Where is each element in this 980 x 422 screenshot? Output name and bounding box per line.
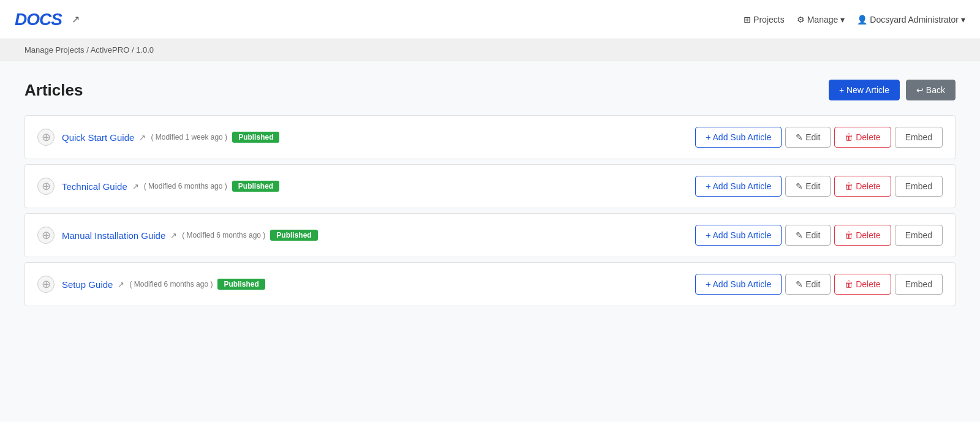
delete-button-3[interactable]: 🗑 Delete — [834, 274, 891, 295]
delete-button-2[interactable]: 🗑 Delete — [834, 225, 891, 246]
manage-label: Manage — [807, 15, 839, 24]
add-sub-article-button-0[interactable]: + Add Sub Article — [695, 127, 782, 148]
article-actions-3: + Add Sub Article ✎ Edit 🗑 Delete Embed — [695, 274, 943, 295]
article-status-badge-1: Published — [232, 181, 279, 192]
article-status-badge-3: Published — [217, 279, 265, 290]
article-title-link-2[interactable]: Manual Installation Guide — [62, 230, 165, 241]
header-actions: + New Article ↩ Back — [829, 80, 956, 100]
article-info-0: Quick Start Guide ↗ ( Modified 1 week ag… — [62, 132, 688, 143]
gear-icon: ⚙ — [797, 15, 805, 24]
add-sub-article-button-3[interactable]: + Add Sub Article — [695, 274, 782, 295]
navbar-left: DOCS ↗ — [15, 10, 80, 29]
breadcrumb-activepro[interactable]: ActivePRO — [91, 45, 130, 55]
article-actions-0: + Add Sub Article ✎ Edit 🗑 Delete Embed — [695, 127, 943, 148]
edit-button-0[interactable]: ✎ Edit — [785, 127, 831, 148]
add-sub-article-button-1[interactable]: + Add Sub Article — [695, 176, 782, 197]
article-external-icon-0[interactable]: ↗ — [139, 133, 146, 142]
embed-button-0[interactable]: Embed — [895, 127, 943, 148]
article-external-icon-1[interactable]: ↗ — [132, 182, 139, 191]
manage-nav-item[interactable]: ⚙ Manage ▾ — [797, 15, 845, 24]
article-status-badge-2: Published — [270, 230, 317, 241]
user-label: Docsyard Administrator — [870, 15, 959, 24]
article-title-link-1[interactable]: Technical Guide — [62, 181, 127, 192]
page-header: Articles + New Article ↩ Back — [24, 80, 956, 100]
embed-button-1[interactable]: Embed — [895, 176, 943, 197]
article-meta-3: ( Modified 6 months ago ) — [129, 280, 213, 288]
user-nav-item[interactable]: 👤 Docsyard Administrator ▾ — [857, 15, 965, 24]
user-caret-icon: ▾ — [961, 15, 965, 24]
logo[interactable]: DOCS — [15, 10, 62, 29]
grid-icon: ⊞ — [744, 15, 751, 24]
edit-button-1[interactable]: ✎ Edit — [785, 176, 831, 197]
article-title-link-3[interactable]: Setup Guide — [62, 279, 113, 290]
article-row: ⊕ Technical Guide ↗ ( Modified 6 months … — [24, 164, 956, 208]
drag-handle-2[interactable]: ⊕ — [37, 227, 55, 244]
article-meta-2: ( Modified 6 months ago ) — [182, 231, 265, 239]
back-button[interactable]: ↩ Back — [906, 80, 956, 100]
embed-button-3[interactable]: Embed — [895, 274, 943, 295]
breadcrumb: Manage Projects / ActivePRO / 1.0.0 — [0, 39, 980, 61]
article-list: ⊕ Quick Start Guide ↗ ( Modified 1 week … — [24, 115, 956, 306]
article-meta-0: ( Modified 1 week ago ) — [151, 133, 227, 141]
article-actions-2: + Add Sub Article ✎ Edit 🗑 Delete Embed — [695, 225, 943, 246]
new-article-button[interactable]: + New Article — [829, 80, 900, 100]
add-sub-article-button-2[interactable]: + Add Sub Article — [695, 225, 782, 246]
page-title: Articles — [24, 81, 83, 100]
projects-label: Projects — [753, 15, 785, 24]
embed-button-2[interactable]: Embed — [895, 225, 943, 246]
article-row: ⊕ Setup Guide ↗ ( Modified 6 months ago … — [24, 262, 956, 306]
article-info-3: Setup Guide ↗ ( Modified 6 months ago ) … — [62, 279, 688, 290]
article-info-2: Manual Installation Guide ↗ ( Modified 6… — [62, 230, 688, 241]
main-content: Articles + New Article ↩ Back ⊕ Quick St… — [0, 61, 980, 325]
article-title-link-0[interactable]: Quick Start Guide — [62, 132, 134, 143]
breadcrumb-version[interactable]: 1.0.0 — [136, 45, 154, 55]
article-row: ⊕ Manual Installation Guide ↗ ( Modified… — [24, 213, 956, 257]
delete-button-1[interactable]: 🗑 Delete — [834, 176, 891, 197]
drag-handle-3[interactable]: ⊕ — [37, 276, 55, 293]
user-icon: 👤 — [857, 15, 867, 24]
projects-nav-item[interactable]: ⊞ Projects — [744, 15, 785, 24]
manage-caret-icon: ▾ — [840, 15, 845, 24]
delete-button-0[interactable]: 🗑 Delete — [834, 127, 891, 148]
article-external-icon-3[interactable]: ↗ — [118, 280, 124, 289]
drag-handle-0[interactable]: ⊕ — [37, 129, 55, 146]
article-row: ⊕ Quick Start Guide ↗ ( Modified 1 week … — [24, 115, 956, 159]
article-meta-1: ( Modified 6 months ago ) — [144, 182, 227, 190]
edit-button-3[interactable]: ✎ Edit — [785, 274, 831, 295]
article-actions-1: + Add Sub Article ✎ Edit 🗑 Delete Embed — [695, 176, 943, 197]
article-info-1: Technical Guide ↗ ( Modified 6 months ag… — [62, 181, 688, 192]
edit-button-2[interactable]: ✎ Edit — [785, 225, 831, 246]
external-link-icon[interactable]: ↗ — [72, 13, 80, 25]
breadcrumb-manage-projects[interactable]: Manage Projects — [24, 45, 85, 55]
navbar: DOCS ↗ ⊞ Projects ⚙ Manage ▾ 👤 Docsyard … — [0, 0, 980, 39]
article-external-icon-2[interactable]: ↗ — [170, 231, 177, 240]
navbar-right: ⊞ Projects ⚙ Manage ▾ 👤 Docsyard Adminis… — [744, 15, 965, 24]
drag-handle-1[interactable]: ⊕ — [37, 178, 55, 195]
article-status-badge-0: Published — [232, 132, 279, 143]
